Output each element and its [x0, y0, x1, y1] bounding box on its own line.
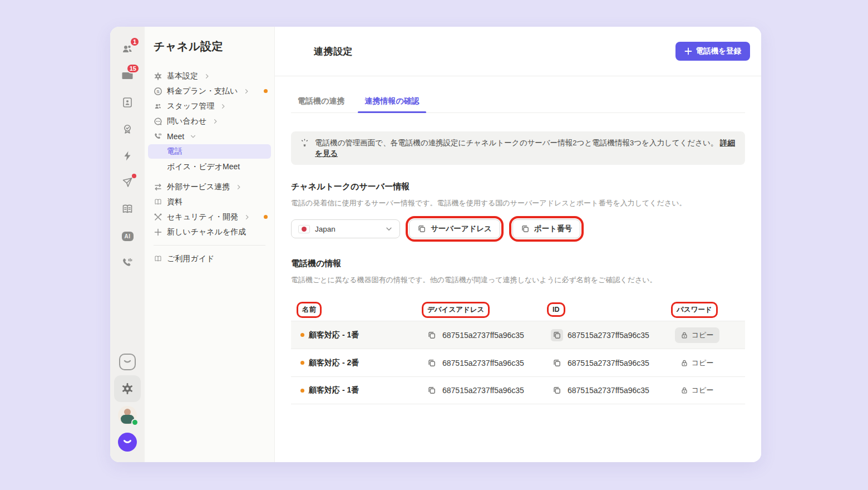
sidebar-item-voice-video-meet[interactable]: ボイス・ビデオMeet [145, 159, 274, 174]
channel-talk-logo[interactable] [114, 429, 141, 455]
status-dot-icon [300, 333, 304, 337]
cell-name: 顧客対応 - 2番 [291, 358, 426, 368]
info-banner: 電話機の管理画面で、各電話機の連携設定にチャネルトークのサーバー情報2つと電話機… [291, 131, 745, 165]
sidebar-item-label: ボイス・ビデオMeet [167, 162, 240, 172]
copy-password-button[interactable]: コピー [675, 327, 719, 343]
nav-contacts[interactable] [114, 89, 141, 116]
table-row: 顧客対応 - 2番 687515a2737ff5a96c35 687515a27… [291, 349, 745, 376]
online-status-dot [131, 419, 139, 426]
copy-icon [417, 224, 426, 233]
plus-icon [154, 228, 162, 237]
column-header-password: パスワード [677, 305, 712, 315]
sidebar-item-phone-selected[interactable]: 電話 [148, 144, 271, 159]
device-section-description: 電話機ごとに異なる機器固有の情報です。他の電話機が間違って連携しないように必ず名… [291, 275, 745, 285]
country-select[interactable]: Japan [291, 219, 400, 238]
column-header-name: 名前 [302, 305, 316, 315]
japan-flag-icon [298, 225, 310, 233]
book-icon [121, 203, 134, 216]
sidebar-gap [145, 174, 274, 179]
sidebar-item-integrations[interactable]: 外部サービス連携 [145, 179, 274, 194]
nav-inbox[interactable]: 15 [114, 62, 141, 89]
column-header-device-address: デバイスアドレス [427, 305, 484, 315]
sidebar-item-user-guide[interactable]: ご利用ガイド [145, 251, 274, 266]
device-name: 顧客対応 - 1番 [309, 385, 359, 395]
annotation-ring-device-address: デバイスアドレス [422, 302, 490, 318]
nav-docs[interactable] [114, 196, 141, 223]
device-address-value: 687515a2737ff5a96c35 [442, 386, 524, 395]
campaign-notification-dot [132, 174, 136, 178]
copy-password-label: コピー [692, 358, 714, 368]
sidebar-item-basic-settings[interactable]: 基本設定 [145, 68, 274, 84]
device-id-value: 687515a2737ff5a96c35 [568, 359, 649, 367]
price-icon: S [154, 87, 162, 96]
send-icon [121, 177, 134, 189]
app-icon-rail: 1 15 AI [110, 27, 145, 462]
sidebar-item-label: 資料 [167, 197, 183, 207]
copy-icon [521, 224, 530, 233]
copy-password-button[interactable]: コピー [675, 355, 719, 371]
copy-port-label: ポート番号 [534, 224, 572, 234]
server-section-title: チャネルトークのサーバー情報 [291, 182, 745, 192]
sidebar-item-security-dev[interactable]: セキュリティ・開発 [145, 209, 274, 224]
sidebar-item-meet[interactable]: Meet [145, 129, 274, 144]
nav-achievement[interactable] [114, 116, 141, 143]
cell-device-address: 687515a2737ff5a96c35 [426, 357, 551, 369]
nav-channel-app[interactable] [114, 349, 141, 375]
device-id-value: 687515a2737ff5a96c35 [568, 331, 649, 340]
status-dot-icon [300, 389, 304, 393]
sidebar-item-create-channel[interactable]: 新しいチャネルを作成 [145, 224, 274, 239]
cell-device-address: 687515a2737ff5a96c35 [426, 329, 551, 341]
nav-settings[interactable] [114, 375, 141, 402]
nav-automation[interactable] [114, 143, 141, 169]
sidebar-item-resources[interactable]: 資料 [145, 194, 274, 209]
sidebar-item-staff[interactable]: スタッフ管理 [145, 99, 274, 114]
copy-icon[interactable] [551, 329, 563, 341]
svg-text:S: S [156, 89, 160, 94]
sidebar-item-label: セキュリティ・開発 [167, 212, 238, 222]
tab-phone-link[interactable]: 電話機の連携 [291, 92, 351, 112]
lock-icon [680, 331, 688, 339]
copy-icon[interactable] [551, 384, 563, 396]
nav-meet[interactable] [114, 249, 141, 276]
nav-team[interactable]: 1 [114, 36, 141, 62]
lock-icon [680, 386, 688, 394]
security-alert-dot [264, 215, 268, 219]
device-table: 名前 デバイスアドレス ID パスワード 顧客 [291, 298, 745, 404]
user-profile[interactable] [114, 402, 141, 429]
team-badge: 1 [130, 37, 140, 47]
copy-password-label: コピー [692, 330, 714, 340]
copy-port-button[interactable]: ポート番号 [512, 219, 580, 238]
device-address-value: 687515a2737ff5a96c35 [442, 331, 524, 340]
table-row: 顧客対応 - 1番 687515a2737ff5a96c35 687515a27… [291, 376, 745, 404]
lock-icon [680, 359, 688, 367]
register-phone-button[interactable]: 電話機を登録 [675, 42, 750, 61]
cell-id: 687515a2737ff5a96c35 [551, 384, 675, 396]
chevron-right-icon [244, 214, 250, 220]
copy-icon[interactable] [426, 357, 438, 369]
nav-ai[interactable]: AI [114, 223, 141, 249]
ai-icon: AI [122, 232, 134, 241]
copy-icon[interactable] [551, 357, 563, 369]
header-cell-password: パスワード [675, 302, 745, 318]
sidebar-item-billing[interactable]: S 料金プラン・支払い [145, 84, 274, 99]
table-row: 顧客対応 - 1番 687515a2737ff5a96c35 687515a27… [291, 321, 745, 349]
sidebar-item-label: 外部サービス連携 [167, 182, 230, 192]
tab-link-info[interactable]: 連携情報の確認 [358, 92, 426, 112]
annotation-ring-id: ID [547, 302, 565, 317]
copy-server-address-button[interactable]: サーバーアドレス [409, 219, 500, 238]
sidebar-item-inquiry[interactable]: 問い合わせ [145, 114, 274, 129]
annotation-ring-port: ポート番号 [509, 216, 584, 242]
book-small-icon [154, 254, 162, 263]
page-body: 電話機の連携 連携情報の確認 電話機の管理画面で、各電話機の連携設定にチャネルト… [275, 76, 761, 404]
device-name: 顧客対応 - 1番 [309, 330, 359, 340]
sidebar-item-label: 新しいチャネルを作成 [167, 227, 246, 237]
nav-campaign[interactable] [114, 169, 141, 196]
cell-password: コピー [675, 327, 745, 343]
back-button[interactable] [288, 42, 306, 60]
copy-icon[interactable] [426, 384, 438, 396]
copy-password-button[interactable]: コピー [675, 383, 719, 398]
sidebar-item-label: 基本設定 [167, 71, 198, 81]
channel-talk-logo-icon [118, 433, 137, 452]
copy-icon[interactable] [426, 329, 438, 341]
sidebar-item-label: 料金プラン・支払い [167, 86, 238, 96]
